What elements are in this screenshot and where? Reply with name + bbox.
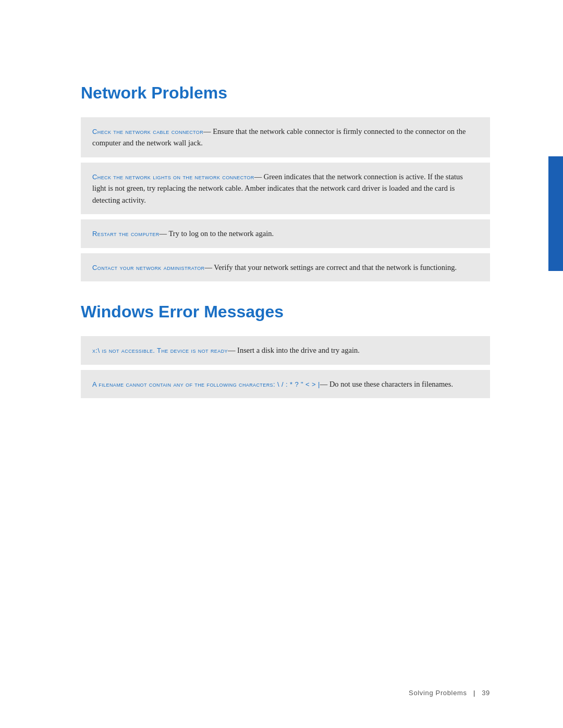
tip-contact-admin: Contact your network administrator— Veri… [81,253,490,281]
tip-not-accessible-body: Insert a disk into the drive and try aga… [237,346,360,354]
tip-dash-1: — [203,127,211,135]
tip-check-cable: Check the network cable connector— Ensur… [81,117,490,157]
network-problems-section: Network Problems Check the network cable… [81,83,490,281]
tip-dash-6: — [320,380,328,388]
tip-check-lights-keyword: Check the network lights on the network … [92,173,254,181]
page-footer: Solving Problems | 39 [409,689,490,697]
tip-not-accessible: x:\ is not accessible. The device is not… [81,336,490,364]
tip-not-accessible-keyword: x:\ is not accessible. The device is not… [92,347,228,354]
tip-filename-chars-keyword: A filename cannot contain any of the fol… [92,380,320,388]
tip-dash-3: — [160,229,167,238]
tip-dash-5: — [228,346,236,354]
footer-text: Solving Problems [409,689,467,697]
tip-dash-4: — [204,263,212,272]
network-problems-title: Network Problems [81,83,490,103]
tip-restart-body: Try to log on to the network again. [168,229,274,238]
page-container: Network Problems Check the network cable… [0,0,563,728]
tip-restart: Restart the computer— Try to log on to t… [81,219,490,248]
tip-check-lights: Check the network lights on the network … [81,163,490,214]
tip-check-cable-keyword: Check the network cable connector [92,128,203,135]
footer-separator: | [473,689,475,697]
main-content: Network Problems Check the network cable… [0,0,563,728]
tip-contact-admin-keyword: Contact your network administrator [92,264,204,272]
tip-filename-chars: A filename cannot contain any of the fol… [81,370,490,398]
tip-dash-2: — [254,172,262,181]
tip-contact-admin-body: Verify that your network settings are co… [214,263,457,272]
windows-error-messages-section: Windows Error Messages x:\ is not access… [81,302,490,398]
page-number: 39 [482,689,490,697]
tip-restart-keyword: Restart the computer [92,230,160,238]
windows-error-title: Windows Error Messages [81,302,490,322]
tip-filename-chars-body: Do not use these characters in filenames… [329,380,453,388]
sidebar-tab [548,156,563,271]
